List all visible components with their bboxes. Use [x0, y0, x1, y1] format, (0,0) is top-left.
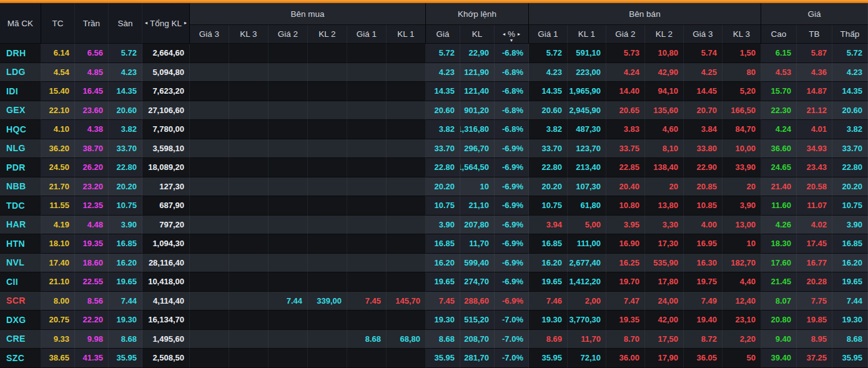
ticker-cell[interactable]: LDG — [0, 63, 41, 82]
sort-prev-icon: ◂ — [503, 32, 505, 37]
ticker-cell[interactable]: IDI — [0, 82, 41, 101]
low-cell: 33.70 — [832, 139, 868, 159]
sell-gia1-cell: 19.65 — [529, 272, 568, 292]
col-header-ma-ck: Mã CK — [0, 3, 41, 44]
sell-kl2-cell: 4,60 — [645, 120, 684, 139]
col-header-tc: TC — [41, 3, 75, 44]
ticker-cell[interactable]: HQC — [0, 120, 41, 139]
buy-kl1-cell: 145,70 — [387, 292, 426, 311]
buy-kl3-cell — [229, 120, 269, 139]
low-cell: 7.44 — [832, 292, 868, 311]
low-cell: 14.35 — [832, 82, 868, 101]
sell-gia3-cell: 4.00 — [684, 216, 723, 235]
ticker-cell[interactable]: HAR — [0, 216, 41, 235]
ticker-cell[interactable]: DRH — [0, 44, 41, 63]
sell-gia3-cell: 20.70 — [684, 101, 723, 121]
floor-cell: 33.70 — [109, 139, 142, 159]
tc-cell: 22.10 — [41, 101, 75, 121]
ticker-cell[interactable]: PDR — [0, 158, 41, 177]
ticker-cell[interactable]: TDC — [0, 196, 41, 216]
high-cell: 9.40 — [761, 330, 797, 349]
match-gia-cell: 8.68 — [426, 330, 460, 349]
high-cell: 20.80 — [761, 311, 797, 330]
sell-kl3-cell: 182,70 — [723, 254, 761, 273]
buy-kl1-cell — [387, 311, 426, 330]
low-cell: 35.95 — [832, 349, 868, 368]
sort-next-icon: ▸ — [184, 21, 187, 26]
sell-gia3-cell: 36.05 — [684, 349, 723, 368]
buy-gia2-cell — [269, 272, 308, 292]
sell-kl3-cell: 5,20 — [723, 82, 761, 101]
sell-gia1-cell: 22.80 — [529, 158, 568, 177]
buy-gia1-cell — [347, 120, 387, 139]
avg-cell: 4.02 — [797, 216, 832, 235]
avg-cell: 23.43 — [797, 158, 832, 177]
buy-gia2-cell — [269, 139, 308, 159]
col-header-tran: Trần — [75, 3, 109, 44]
ticker-cell[interactable]: NVL — [0, 254, 41, 273]
col-header-match-pct[interactable]: ◂ % ▸ ▼ — [495, 25, 529, 44]
sell-gia1-cell: 35.95 — [529, 349, 568, 368]
match-pct-cell: -6.9% — [495, 234, 529, 254]
sell-kl2-cell: 94,10 — [645, 82, 684, 101]
ceiling-cell: 16.45 — [75, 82, 109, 101]
sell-gia1-cell: 20.20 — [529, 177, 568, 197]
match-pct-cell: -6.8% — [495, 44, 529, 63]
sell-kl2-cell: 42,90 — [645, 63, 684, 82]
high-cell: 21.40 — [761, 177, 797, 197]
low-cell: 3.90 — [832, 216, 868, 235]
ticker-cell[interactable]: CRE — [0, 330, 41, 349]
sell-kl2-cell: 3,30 — [645, 216, 684, 235]
buy-gia1-cell — [347, 101, 387, 121]
sell-gia2-cell: 8.70 — [606, 330, 645, 349]
buy-gia3-cell — [190, 63, 229, 82]
floor-cell: 22.80 — [109, 158, 142, 177]
sell-gia2-cell: 4.24 — [606, 63, 645, 82]
match-pct-cell: -7.0% — [495, 311, 529, 330]
sell-kl1-cell: 3,770,30 — [568, 311, 606, 330]
avg-cell: 5.87 — [797, 44, 832, 63]
ticker-cell[interactable]: GEX — [0, 101, 41, 121]
sell-gia3-cell: 19.75 — [684, 272, 723, 292]
ticker-cell[interactable]: NLG — [0, 139, 41, 159]
low-cell: 10.75 — [832, 196, 868, 216]
ticker-cell[interactable]: SCR — [0, 292, 41, 311]
sell-kl1-cell: 2,945,90 — [568, 101, 606, 121]
buy-kl2-cell — [308, 139, 347, 159]
sell-kl3-cell: 13,00 — [723, 216, 761, 235]
buy-kl3-cell — [229, 196, 269, 216]
buy-kl1-cell — [387, 139, 426, 159]
high-cell: 17.60 — [761, 254, 797, 273]
ticker-cell[interactable]: CII — [0, 272, 41, 292]
col-header-tong-kl[interactable]: ◂ Tổng KL ▸ — [142, 3, 190, 44]
sell-gia3-cell: 7.49 — [684, 292, 723, 311]
sell-kl3-cell: 4,40 — [723, 272, 761, 292]
total-volume-cell: 5,094,80 — [142, 63, 190, 82]
buy-kl1-cell — [387, 82, 426, 101]
floor-cell: 20.20 — [109, 177, 142, 197]
sell-gia1-cell: 10.75 — [529, 196, 568, 216]
group-header-ben-ban: Bên bán — [529, 3, 761, 25]
total-volume-cell: 687,90 — [142, 196, 190, 216]
col-header-sell-gia1: Giá 1 — [529, 25, 568, 44]
sell-kl1-cell: 223,00 — [568, 63, 606, 82]
price-table: Mã CK TC Trần Sàn ◂ Tổng KL ▸ Bên mua Kh… — [0, 3, 868, 368]
match-kl-cell: 901,20 — [460, 101, 495, 121]
sell-kl1-cell: 107,30 — [568, 177, 606, 197]
ticker-cell[interactable]: NBB — [0, 177, 41, 197]
buy-kl2-cell — [308, 158, 347, 177]
ticker-cell[interactable]: HTN — [0, 234, 41, 254]
buy-kl3-cell — [229, 63, 269, 82]
match-gia-cell: 5.72 — [426, 44, 460, 63]
ticker-cell[interactable]: DXG — [0, 311, 41, 330]
match-gia-cell: 7.45 — [426, 292, 460, 311]
floor-cell: 7.44 — [109, 292, 142, 311]
buy-kl3-cell — [229, 216, 269, 235]
sell-kl2-cell: 8,10 — [645, 139, 684, 159]
sell-kl3-cell: 3,90 — [723, 196, 761, 216]
total-volume-cell: 3,598,10 — [142, 139, 190, 159]
total-volume-cell: 1,495,60 — [142, 330, 190, 349]
tc-cell: 38.65 — [41, 349, 75, 368]
ticker-cell[interactable]: SZC — [0, 349, 41, 368]
sell-kl3-cell: 1,50 — [723, 44, 761, 63]
